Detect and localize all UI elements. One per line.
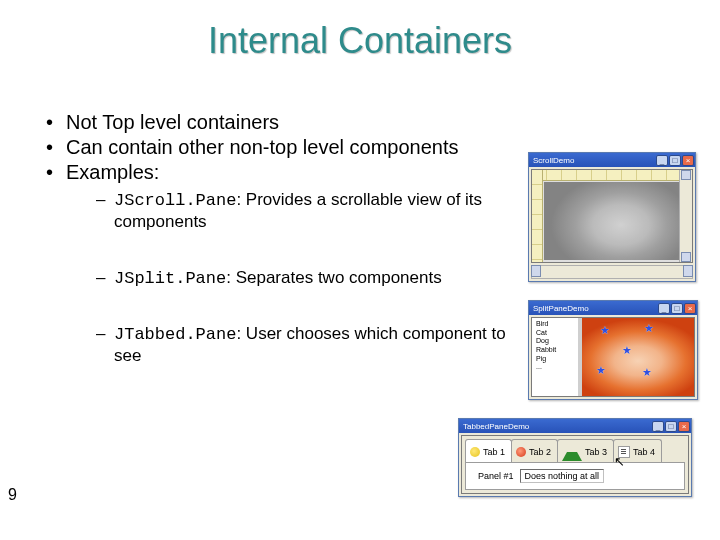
tab-3: Tab 3 (557, 439, 614, 462)
code-text: JSplit.Pane (114, 269, 226, 288)
minimize-icon: _ (652, 421, 664, 432)
code-text: JScroll.Pane (114, 191, 236, 210)
tab-label: Tab 4 (633, 447, 655, 457)
bullet-text: Not Top level containers (66, 111, 279, 133)
window-title: ScrollDemo (530, 156, 655, 165)
page-number: 9 (8, 486, 17, 504)
subbullet-item: JTabbed.Pane: User chooses which compone… (96, 323, 520, 367)
minimize-icon: _ (656, 155, 668, 166)
star-icon: ★ (642, 366, 652, 379)
tab-label: Tab 3 (585, 447, 607, 457)
ruler-horizontal (532, 170, 679, 181)
sun-icon (470, 447, 480, 457)
bullet-item: Can contain other non-top level componen… (40, 135, 520, 160)
tab-label: Tab 1 (483, 447, 505, 457)
code-text: JTabbed.Pane (114, 325, 236, 344)
tab-1: Tab 1 (465, 439, 512, 462)
tab-4: Tab 4 (613, 439, 662, 462)
photo-content (544, 182, 679, 260)
panel-field: Does nothing at all (520, 469, 605, 483)
slide-body: Not Top level containers Can contain oth… (40, 110, 520, 400)
close-icon: × (684, 303, 696, 314)
minimize-icon: _ (658, 303, 670, 314)
titlebar: ScrollDemo _ □ × (529, 153, 695, 167)
window-title: TabbedPaneDemo (460, 422, 651, 431)
close-icon: × (678, 421, 690, 432)
note-icon (618, 446, 630, 458)
bullet-item: Not Top level containers (40, 110, 520, 135)
desc-text: : Separates two components (226, 268, 441, 287)
bullet-text: Can contain other non-top level componen… (66, 136, 458, 158)
scroll-view (532, 170, 679, 262)
slide: Internal Containers Not Top level contai… (0, 0, 720, 540)
star-icon: ★ (600, 324, 610, 337)
ruler-vertical (532, 170, 543, 262)
subbullet-item: JScroll.Pane: Provides a scrollable view… (96, 189, 520, 233)
titlebar: SplitPaneDemo _ □ × (529, 301, 697, 315)
tabs-row: Tab 1 Tab 2 Tab 3 Tab 4 (462, 436, 688, 462)
split-left-list: Bird Cat Dog Rabbit Pig ... (532, 318, 582, 396)
splitpane-window: SplitPaneDemo _ □ × Bird Cat Dog Rabbit … (528, 300, 698, 400)
split-right-image: ★ ★ ★ ★ ★ (582, 318, 694, 396)
scrollbar-horizontal (531, 265, 693, 279)
tab-2: Tab 2 (511, 439, 558, 462)
window-title: SplitPaneDemo (530, 304, 657, 313)
tabbedpane-window: TabbedPaneDemo _ □ × Tab 1 Tab 2 Tab 3 (458, 418, 692, 497)
panel-label: Panel #1 (478, 471, 514, 481)
subbullet-item: JSplit.Pane: Separates two components (96, 267, 520, 289)
star-icon: ★ (644, 322, 654, 335)
bullet-text: Examples: (66, 161, 159, 183)
titlebar: TabbedPaneDemo _ □ × (459, 419, 691, 433)
star-icon: ★ (622, 344, 632, 357)
maximize-icon: □ (669, 155, 681, 166)
scrollbar-vertical (679, 170, 692, 262)
maximize-icon: □ (671, 303, 683, 314)
maximize-icon: □ (665, 421, 677, 432)
star-icon: ★ (596, 364, 606, 377)
circle-icon (516, 447, 526, 457)
tab-label: Tab 2 (529, 447, 551, 457)
tree-icon (562, 442, 582, 461)
tab-panel: ↖ Panel #1 Does nothing at all (465, 462, 685, 490)
close-icon: × (682, 155, 694, 166)
slide-title: Internal Containers (0, 20, 720, 62)
scrollpane-window: ScrollDemo _ □ × (528, 152, 696, 282)
bullet-item: Examples: JScroll.Pane: Provides a scrol… (40, 160, 520, 366)
